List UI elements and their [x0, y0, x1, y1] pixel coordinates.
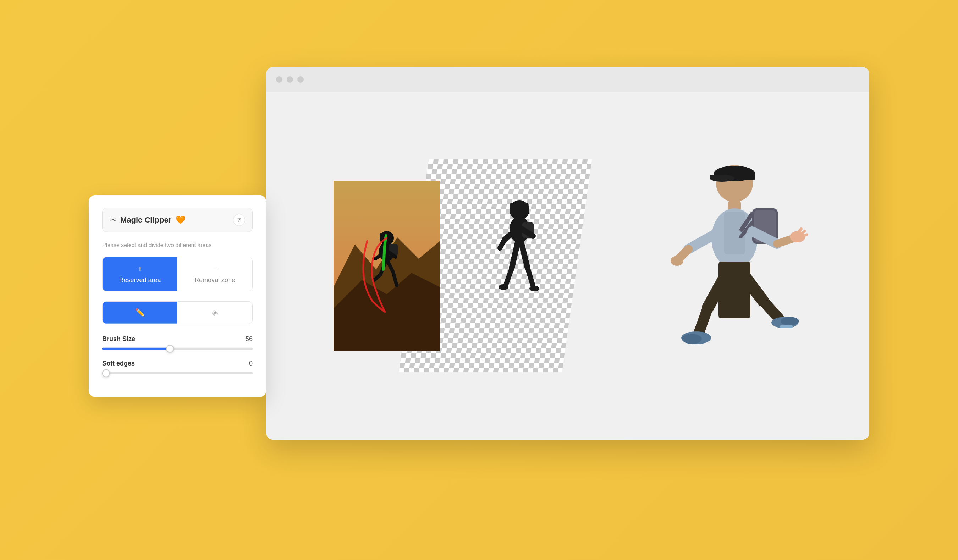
- magic-clipper-panel: ✂ Magic Clipper 🧡 ? Please select and di…: [89, 195, 266, 397]
- brush-size-header: Brush Size 56: [102, 335, 253, 343]
- svg-point-32: [710, 175, 734, 182]
- panel-header-left: ✂ Magic Clipper 🧡: [109, 216, 185, 225]
- soft-edges-value: 0: [249, 360, 253, 367]
- brush-size-fill: [102, 348, 170, 350]
- svg-point-24: [498, 284, 508, 290]
- panel-header: ✂ Magic Clipper 🧡 ?: [102, 208, 253, 232]
- browser-window: [266, 67, 869, 440]
- svg-line-25: [521, 243, 527, 267]
- browser-titlebar: [266, 67, 869, 92]
- brush-icon: ✏️: [135, 308, 145, 317]
- svg-point-53: [682, 334, 702, 344]
- removal-zone-label: Removal zone: [194, 276, 235, 284]
- soft-edges-header: Soft edges 0: [102, 360, 253, 367]
- browser-dot-1: [276, 76, 282, 82]
- minus-icon: −: [213, 264, 217, 274]
- scene-wrapper: ✂ Magic Clipper 🧡 ? Please select and di…: [89, 49, 869, 511]
- svg-point-57: [780, 317, 799, 325]
- svg-line-20: [500, 240, 504, 248]
- tool-buttons: ✏️ ◈: [102, 301, 253, 324]
- help-button[interactable]: ?: [233, 214, 245, 226]
- brush-size-thumb[interactable]: [166, 345, 174, 353]
- brush-size-section: Brush Size 56: [102, 335, 253, 350]
- svg-point-43: [671, 256, 684, 266]
- eraser-icon: ◈: [212, 308, 218, 317]
- svg-rect-58: [780, 325, 793, 328]
- eraser-tool-button[interactable]: ◈: [178, 301, 252, 324]
- svg-line-55: [763, 301, 779, 318]
- scissors-icon: ✂: [109, 216, 116, 225]
- svg-line-51: [699, 308, 708, 333]
- reserved-area-label: Reserved area: [119, 276, 161, 284]
- brush-tool-button[interactable]: ✏️: [103, 301, 178, 324]
- mode-buttons: + Reserved area − Removal zone: [102, 257, 253, 291]
- landscape-svg: [333, 181, 440, 351]
- brush-size-track[interactable]: [102, 348, 253, 350]
- svg-line-42: [679, 249, 688, 258]
- browser-dot-2: [287, 76, 293, 82]
- soft-edges-label: Soft edges: [102, 360, 135, 367]
- soft-edges-thumb[interactable]: [102, 370, 110, 377]
- panel-hint: Please select and divide two different a…: [102, 241, 253, 249]
- removal-zone-button[interactable]: − Removal zone: [178, 257, 252, 291]
- svg-point-27: [530, 286, 539, 291]
- svg-line-23: [506, 269, 512, 285]
- svg-rect-6: [380, 233, 385, 235]
- soft-edges-section: Soft edges 0: [102, 360, 253, 374]
- browser-content: [266, 92, 869, 440]
- svg-line-45: [777, 238, 793, 244]
- reserved-area-button[interactable]: + Reserved area: [103, 257, 178, 291]
- running-person-full: [614, 144, 841, 387]
- crown-icon: 🧡: [176, 216, 185, 225]
- original-photo: [333, 181, 440, 351]
- plus-icon: +: [138, 264, 142, 274]
- brush-size-value: 56: [246, 335, 253, 343]
- cutout-silhouette: [481, 190, 558, 341]
- panel-title: Magic Clipper: [120, 216, 171, 225]
- svg-rect-16: [509, 203, 517, 206]
- svg-line-26: [527, 267, 533, 286]
- browser-dot-3: [297, 76, 304, 82]
- soft-edges-track[interactable]: [102, 372, 253, 374]
- brush-size-label: Brush Size: [102, 335, 135, 343]
- svg-line-22: [512, 243, 518, 269]
